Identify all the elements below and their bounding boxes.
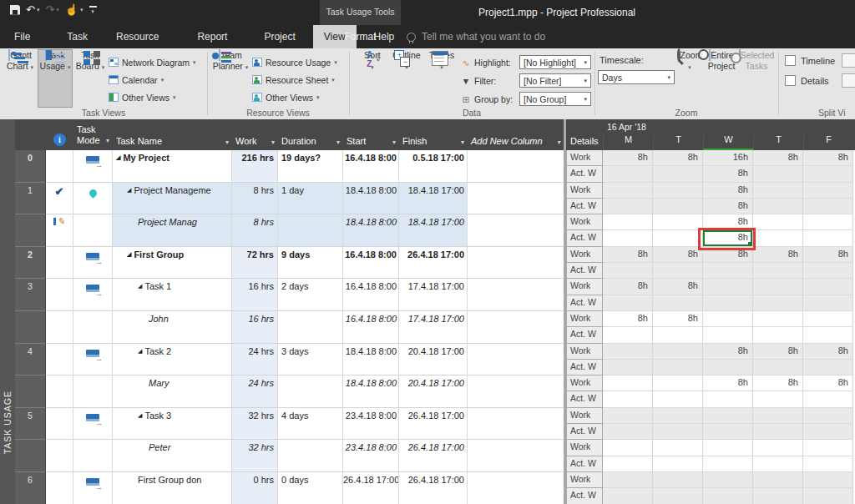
usage-cell[interactable] [803, 199, 853, 214]
usage-cell[interactable] [753, 295, 803, 311]
task-mode-cell[interactable] [73, 472, 113, 504]
usage-cell[interactable] [603, 456, 653, 472]
finish-cell[interactable]: 17.4.18 17:00 [399, 311, 468, 344]
finish-cell[interactable]: 26.4.18 17:00 [399, 247, 468, 280]
work-cell[interactable]: 72 hrs [232, 247, 278, 280]
usage-cell[interactable] [803, 263, 853, 279]
usage-cell[interactable] [703, 263, 753, 279]
add-new-column-cell[interactable] [468, 247, 564, 280]
add-new-column-cell[interactable] [468, 279, 564, 311]
header-finish[interactable]: Finish▾ [399, 119, 468, 150]
usage-cell[interactable] [603, 360, 653, 375]
usage-cell[interactable] [653, 456, 703, 472]
duration-cell[interactable]: 9 days [278, 247, 343, 280]
day-header-thursday[interactable]: T [753, 134, 803, 150]
usage-cell[interactable] [603, 199, 653, 214]
task-mode-cell[interactable] [73, 408, 113, 441]
usage-cell[interactable] [703, 440, 753, 456]
usage-cell[interactable] [653, 375, 703, 391]
header-add-new-column[interactable]: Add New Column▾ [468, 119, 564, 150]
usage-cell[interactable]: 8h [653, 311, 703, 327]
usage-cell[interactable] [703, 311, 753, 327]
task-name-cell[interactable]: Mary [113, 375, 232, 408]
usage-cell[interactable] [653, 391, 703, 407]
usage-cell[interactable] [603, 166, 653, 182]
usage-cell[interactable] [753, 456, 803, 472]
usage-cell[interactable] [753, 279, 803, 295]
row-number[interactable]: 5 [15, 408, 46, 441]
usage-cell[interactable] [803, 279, 853, 295]
usage-cell[interactable] [803, 214, 853, 230]
usage-cell[interactable]: 16h [703, 150, 753, 166]
details-checkbox[interactable]: Details [785, 75, 829, 86]
usage-cell[interactable] [753, 472, 803, 488]
usage-cell[interactable]: 8h [753, 344, 803, 360]
resource-usage-button[interactable]: Resource Usage▾ [252, 53, 337, 71]
usage-cell[interactable] [653, 263, 703, 279]
usage-cell[interactable] [753, 214, 803, 230]
usage-cell[interactable]: 8h [803, 344, 853, 360]
expand-triangle-icon[interactable]: ◢ [138, 283, 142, 289]
usage-cell[interactable] [803, 295, 853, 311]
expand-triangle-icon[interactable]: ◢ [127, 187, 131, 193]
usage-cell[interactable] [653, 488, 703, 504]
usage-cell[interactable] [653, 295, 703, 311]
task-name-cell[interactable]: John [113, 311, 232, 344]
timescale-week-label[interactable]: 16 Apr '18 [607, 122, 646, 132]
usage-cell[interactable] [603, 391, 653, 407]
usage-cell[interactable]: 8h [803, 375, 853, 391]
add-new-column-cell[interactable] [468, 214, 564, 247]
tab-report[interactable]: Report [186, 25, 238, 48]
task-mode-cell[interactable] [73, 150, 113, 183]
usage-cell[interactable] [753, 183, 803, 199]
header-info[interactable]: i [46, 119, 73, 150]
usage-cell[interactable] [803, 488, 853, 504]
duration-cell[interactable]: 0 days [278, 472, 343, 504]
usage-cell[interactable] [803, 360, 853, 375]
task-usage-button[interactable]: Task Usage ▾ [38, 50, 72, 107]
resource-sheet-button[interactable]: Resource Sheet▾ [252, 71, 337, 88]
finish-cell[interactable]: 20.4.18 17:00 [399, 375, 468, 408]
finish-cell[interactable]: 26.4.18 17:00 [399, 408, 468, 441]
usage-cell[interactable] [803, 166, 853, 182]
day-header-friday[interactable]: F [803, 134, 853, 150]
redo-button[interactable]: ↷▾ [45, 4, 58, 15]
finish-cell[interactable]: 26.4.18 17:00 [399, 472, 468, 504]
usage-cell[interactable] [603, 344, 653, 360]
usage-cell[interactable] [603, 408, 653, 424]
row-number[interactable] [15, 440, 46, 472]
usage-cell[interactable]: 8h [603, 247, 653, 263]
day-header-tuesday[interactable]: T [653, 134, 703, 150]
task-name-cell[interactable]: ◢Task 1 [113, 279, 232, 311]
usage-cell[interactable] [653, 166, 703, 182]
work-cell[interactable]: 8 hrs [232, 183, 278, 215]
row-number[interactable] [15, 375, 46, 408]
usage-cell[interactable]: 8h [703, 183, 753, 199]
finish-cell[interactable]: 20.4.18 17:00 [399, 344, 468, 376]
usage-cell[interactable]: 8h [603, 279, 653, 295]
header-work[interactable]: Work▾ [232, 119, 278, 150]
usage-cell[interactable] [803, 391, 853, 407]
add-new-column-cell[interactable] [468, 150, 564, 183]
task-name-cell[interactable]: Project Manag [113, 214, 232, 247]
task-name-cell[interactable]: ◢First Group [113, 247, 232, 280]
usage-cell[interactable] [653, 214, 703, 230]
usage-cell[interactable] [803, 183, 853, 199]
usage-cell[interactable] [803, 456, 853, 472]
add-new-column-cell[interactable] [468, 408, 564, 441]
finish-cell[interactable]: 18.4.18 17:00 [399, 183, 468, 215]
outline-button[interactable]: Outline▾ [389, 50, 424, 107]
usage-cell[interactable] [753, 360, 803, 375]
duration-cell[interactable]: 19 days? [278, 150, 343, 183]
task-name-cell[interactable]: ◢Task 2 [113, 344, 232, 376]
touch-mode-button[interactable]: ☝▾ [65, 4, 83, 15]
work-cell[interactable]: 8 hrs [232, 214, 278, 247]
task-mode-cell[interactable] [73, 440, 113, 472]
usage-cell[interactable] [753, 391, 803, 407]
usage-cell[interactable] [653, 344, 703, 360]
usage-cell[interactable] [753, 408, 803, 424]
usage-cell[interactable] [703, 424, 753, 440]
task-mode-cell[interactable] [73, 247, 113, 280]
usage-cell[interactable] [603, 230, 653, 246]
start-cell[interactable]: 16.4.18 8:00 [343, 279, 399, 311]
